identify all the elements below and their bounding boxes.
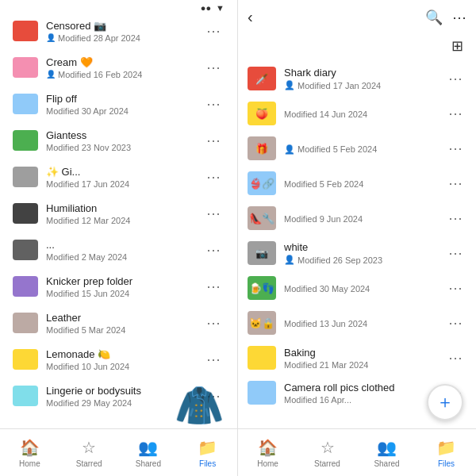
list-item[interactable]: Cream 🧡 👤 Modified 16 Feb 2024 ⋯: [0, 49, 237, 86]
folder-date: Modified 2 May 2024: [46, 252, 127, 262]
right-nav-item-shared[interactable]: 👥 Shared: [357, 429, 416, 476]
more-button[interactable]: ⋯: [203, 56, 225, 79]
nav-label: Files: [438, 459, 455, 468]
list-item[interactable]: Lemonade 🍋 Modified 10 Jun 2024 ⋯: [0, 341, 237, 378]
more-button[interactable]: ⋯: [203, 129, 225, 152]
folder-icon: 🗡️: [248, 67, 276, 90]
more-options-icon[interactable]: ⋯: [452, 9, 466, 26]
grid-view-icon[interactable]: ⊞: [451, 37, 463, 55]
item-date: Modified 26 Sep 2023: [298, 255, 382, 265]
left-panel: ●●▼ Censored 📷 👤 Modified 28 Apr 2024 ⋯ …: [0, 0, 238, 476]
item-date: Modified 30 May 2024: [284, 284, 370, 294]
item-date: Modified 13 Jun 2024: [284, 319, 367, 328]
nav-icon: 👥: [377, 438, 397, 457]
more-button[interactable]: ⋯: [445, 276, 466, 300]
more-button[interactable]: ⋯: [203, 238, 225, 262]
item-name: white: [284, 241, 445, 253]
more-button[interactable]: ⋯: [203, 274, 225, 298]
nav-item-files[interactable]: 📁 Files: [178, 429, 237, 476]
more-button[interactable]: ⋯: [445, 171, 466, 195]
nav-item-home[interactable]: 🏠 Home: [0, 429, 60, 476]
more-button[interactable]: ⋯: [445, 241, 466, 265]
nav-label: Files: [199, 459, 216, 468]
list-item[interactable]: ... Modified 2 May 2024 ⋯: [0, 232, 237, 268]
list-item[interactable]: Censored 📷 👤 Modified 28 Apr 2024 ⋯: [0, 13, 237, 49]
table-row[interactable]: 🍺👣 Modified 30 May 2024 ⋯: [238, 271, 476, 305]
right-header: ‹ 🔍 ⋯: [238, 0, 476, 34]
list-item[interactable]: ✨ Gi... Modified 17 Jun 2024 ⋯: [0, 159, 237, 195]
item-info: Shark diary 👤 Modified 17 Jan 2024: [284, 67, 445, 90]
nav-label: Starred: [76, 459, 102, 468]
folder-icon: [13, 386, 38, 406]
more-button[interactable]: ⋯: [445, 206, 466, 230]
more-button[interactable]: ⋯: [203, 165, 225, 189]
item-meta: Modified 14 Jun 2024: [284, 109, 445, 119]
more-button[interactable]: ⋯: [203, 311, 225, 335]
folder-info: Giantess Modified 23 Nov 2023: [46, 129, 203, 152]
table-row[interactable]: 🍑 Modified 14 Jun 2024 ⋯: [238, 96, 476, 131]
more-button[interactable]: ⋯: [445, 102, 466, 125]
folder-info: Cream 🧡 👤 Modified 16 Feb 2024: [46, 56, 203, 79]
folder-emoji: 👠🔧: [249, 213, 274, 225]
right-nav-item-home[interactable]: 🏠 Home: [238, 429, 298, 476]
right-nav-item-starred[interactable]: ☆ Starred: [298, 429, 357, 476]
more-button[interactable]: ⋯: [445, 136, 466, 160]
list-item[interactable]: Knicker prep folder Modified 15 Jun 2024…: [0, 268, 237, 305]
table-row[interactable]: 🐱🔒 Modified 13 Jun 2024 ⋯: [238, 305, 476, 340]
search-icon[interactable]: 🔍: [425, 9, 443, 26]
folder-icon: 📷: [248, 241, 276, 265]
item-name: Baking: [284, 347, 445, 359]
folder-icon: [13, 349, 38, 370]
item-meta: Modified 16 Apr...: [284, 395, 445, 405]
table-row[interactable]: 🎁 👤 Modified 5 Feb 2024 ⋯: [238, 131, 476, 166]
nav-item-shared[interactable]: 👥 Shared: [119, 429, 178, 476]
table-row[interactable]: Baking Modified 21 Mar 2024 ⋯: [238, 340, 476, 375]
more-button[interactable]: ⋯: [203, 384, 225, 408]
item-date: Modified 9 Jun 2024: [284, 214, 363, 224]
folder-icon: [13, 167, 38, 187]
folder-name: Leather: [46, 312, 203, 324]
item-info: Camera roll pics clothed Modified 16 Apr…: [284, 382, 445, 405]
table-row[interactable]: 👙🔗 Modified 5 Feb 2024 ⋯: [238, 166, 476, 201]
folder-meta: Modified 2 May 2024: [46, 252, 203, 262]
left-folder-list: Censored 📷 👤 Modified 28 Apr 2024 ⋯ Crea…: [0, 13, 237, 428]
back-button[interactable]: ‹: [248, 8, 253, 26]
table-row[interactable]: 👠🔧 Modified 9 Jun 2024 ⋯: [238, 201, 476, 236]
right-nav-item-files[interactable]: 📁 Files: [416, 429, 476, 476]
folder-icon: [13, 313, 38, 333]
list-item[interactable]: Giantess Modified 23 Nov 2023 ⋯: [0, 122, 237, 159]
more-button[interactable]: ⋯: [445, 67, 466, 90]
item-info: Modified 14 Jun 2024: [284, 108, 445, 119]
more-button[interactable]: ⋯: [203, 202, 225, 225]
list-item[interactable]: Flip off Modified 30 Apr 2024 ⋯: [0, 86, 237, 122]
more-button[interactable]: ⋯: [445, 346, 466, 370]
more-button[interactable]: ⋯: [203, 92, 225, 116]
folder-name: Knicker prep folder: [46, 275, 203, 287]
item-meta: Modified 21 Mar 2024: [284, 360, 445, 370]
item-meta: 👤 Modified 17 Jan 2024: [284, 80, 445, 90]
shared-icon: 👤: [284, 80, 295, 90]
folder-date: Modified 10 Jun 2024: [46, 362, 129, 371]
more-button[interactable]: ⋯: [445, 311, 466, 335]
add-button[interactable]: ＋: [427, 384, 463, 420]
list-item[interactable]: Leather Modified 5 Mar 2024 ⋯: [0, 305, 237, 341]
nav-item-starred[interactable]: ☆ Starred: [60, 429, 119, 476]
item-date: Modified 16 Apr...: [284, 395, 351, 405]
nav-label: Shared: [136, 459, 161, 468]
table-row[interactable]: 🗡️ Shark diary 👤 Modified 17 Jan 2024 ⋯: [238, 61, 476, 96]
item-info: Baking Modified 21 Mar 2024: [284, 347, 445, 370]
folder-name: Giantess: [46, 129, 203, 141]
item-meta: Modified 5 Feb 2024: [284, 179, 445, 189]
item-date: Modified 5 Feb 2024: [298, 144, 377, 154]
folder-emoji: 🍑: [255, 108, 268, 120]
folder-emoji: 🐱🔒: [249, 317, 274, 329]
folder-icon: 👠🔧: [248, 206, 276, 230]
folder-icon: 🎁: [248, 136, 276, 160]
table-row[interactable]: 📷 white 👤 Modified 26 Sep 2023 ⋯: [238, 236, 476, 271]
more-button[interactable]: ⋯: [203, 347, 225, 371]
list-item[interactable]: Humiliation Modified 12 Mar 2024 ⋯: [0, 195, 237, 232]
list-item[interactable]: Lingerie or bodysuits Modified 29 May 20…: [0, 378, 237, 414]
folder-meta: Modified 30 Apr 2024: [46, 106, 203, 116]
nav-icon: 📁: [436, 438, 456, 457]
more-button[interactable]: ⋯: [203, 19, 225, 43]
